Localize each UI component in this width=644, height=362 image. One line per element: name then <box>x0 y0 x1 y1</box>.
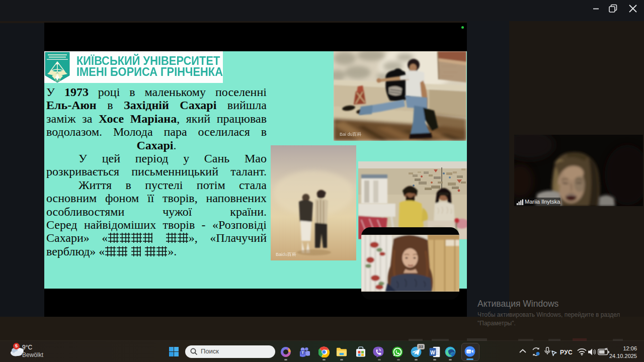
svg-text:W: W <box>430 350 435 355</box>
svg-text:Baidu百科: Baidu百科 <box>276 252 296 257</box>
svg-text:T: T <box>302 351 304 355</box>
svg-text:Bai du百科: Bai du百科 <box>340 132 362 137</box>
svg-text:1914: 1914 <box>54 79 60 82</box>
svg-text:zoom: zoom <box>467 350 473 353</box>
